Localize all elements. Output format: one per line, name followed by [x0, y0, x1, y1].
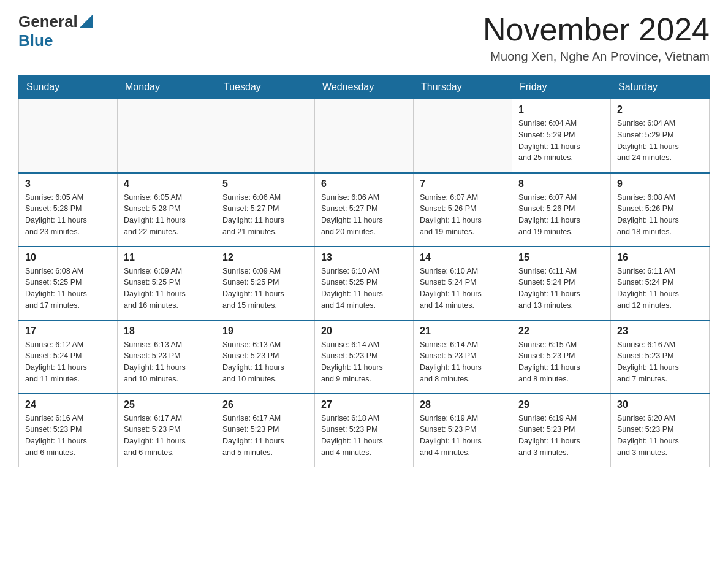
logo-top-row: General — [18, 12, 93, 31]
calendar-day-cell: 15Sunrise: 6:11 AM Sunset: 5:24 PM Dayli… — [512, 247, 611, 320]
calendar-day-cell: 10Sunrise: 6:08 AM Sunset: 5:25 PM Dayli… — [19, 247, 118, 320]
day-info: Sunrise: 6:12 AM Sunset: 5:24 PM Dayligh… — [25, 339, 111, 385]
day-number: 6 — [321, 178, 407, 190]
calendar-week-row: 1Sunrise: 6:04 AM Sunset: 5:29 PM Daylig… — [19, 99, 710, 173]
day-number: 25 — [124, 399, 210, 410]
calendar-day-cell: 27Sunrise: 6:18 AM Sunset: 5:23 PM Dayli… — [315, 394, 414, 467]
calendar-day-cell: 5Sunrise: 6:06 AM Sunset: 5:27 PM Daylig… — [216, 173, 315, 247]
calendar-day-cell: 25Sunrise: 6:17 AM Sunset: 5:23 PM Dayli… — [118, 394, 216, 467]
day-info: Sunrise: 6:16 AM Sunset: 5:23 PM Dayligh… — [617, 339, 703, 385]
day-number: 28 — [420, 399, 506, 410]
day-number: 27 — [321, 399, 407, 410]
calendar-week-row: 24Sunrise: 6:16 AM Sunset: 5:23 PM Dayli… — [19, 394, 710, 467]
calendar-day-cell: 9Sunrise: 6:08 AM Sunset: 5:26 PM Daylig… — [611, 173, 710, 247]
day-number: 13 — [321, 252, 407, 263]
day-number: 23 — [617, 326, 703, 337]
day-number: 29 — [518, 399, 604, 410]
calendar-day-cell: 13Sunrise: 6:10 AM Sunset: 5:25 PM Dayli… — [315, 247, 414, 320]
logo-triangle-icon — [79, 15, 93, 28]
calendar-day-cell: 26Sunrise: 6:17 AM Sunset: 5:23 PM Dayli… — [216, 394, 315, 467]
calendar-day-cell: 16Sunrise: 6:11 AM Sunset: 5:24 PM Dayli… — [611, 247, 710, 320]
day-number: 15 — [518, 252, 604, 263]
calendar-day-cell: 6Sunrise: 6:06 AM Sunset: 5:27 PM Daylig… — [315, 173, 414, 247]
day-info: Sunrise: 6:13 AM Sunset: 5:23 PM Dayligh… — [124, 339, 210, 385]
calendar-day-cell: 4Sunrise: 6:05 AM Sunset: 5:28 PM Daylig… — [118, 173, 216, 247]
calendar-day-cell: 3Sunrise: 6:05 AM Sunset: 5:28 PM Daylig… — [19, 173, 118, 247]
day-info: Sunrise: 6:10 AM Sunset: 5:24 PM Dayligh… — [420, 266, 506, 312]
day-info: Sunrise: 6:14 AM Sunset: 5:23 PM Dayligh… — [321, 339, 407, 385]
calendar-day-cell: 23Sunrise: 6:16 AM Sunset: 5:23 PM Dayli… — [611, 320, 710, 394]
logo-general-text: General — [18, 12, 78, 31]
day-number: 16 — [617, 252, 703, 263]
day-number: 2 — [617, 104, 703, 115]
day-number: 17 — [25, 326, 111, 337]
day-number: 1 — [518, 104, 604, 115]
day-info: Sunrise: 6:08 AM Sunset: 5:25 PM Dayligh… — [25, 266, 111, 312]
month-title: November 2024 — [483, 12, 710, 47]
day-number: 11 — [124, 252, 210, 263]
day-number: 21 — [420, 326, 506, 337]
svg-marker-0 — [79, 15, 93, 28]
day-number: 8 — [518, 178, 604, 190]
day-info: Sunrise: 6:09 AM Sunset: 5:25 PM Dayligh… — [124, 266, 210, 312]
day-number: 10 — [25, 252, 111, 263]
day-info: Sunrise: 6:19 AM Sunset: 5:23 PM Dayligh… — [518, 413, 604, 459]
calendar-header-wednesday: Wednesday — [315, 75, 414, 99]
calendar-week-row: 10Sunrise: 6:08 AM Sunset: 5:25 PM Dayli… — [19, 247, 710, 320]
day-info: Sunrise: 6:07 AM Sunset: 5:26 PM Dayligh… — [518, 192, 604, 238]
calendar-header-thursday: Thursday — [414, 75, 512, 99]
calendar-day-cell: 29Sunrise: 6:19 AM Sunset: 5:23 PM Dayli… — [512, 394, 611, 467]
day-number: 30 — [617, 399, 703, 410]
calendar-day-cell: 8Sunrise: 6:07 AM Sunset: 5:26 PM Daylig… — [512, 173, 611, 247]
calendar-day-cell: 2Sunrise: 6:04 AM Sunset: 5:29 PM Daylig… — [611, 99, 710, 173]
calendar-day-cell: 20Sunrise: 6:14 AM Sunset: 5:23 PM Dayli… — [315, 320, 414, 394]
day-info: Sunrise: 6:05 AM Sunset: 5:28 PM Dayligh… — [124, 192, 210, 238]
calendar-header-tuesday: Tuesday — [216, 75, 315, 99]
day-number: 4 — [124, 178, 210, 190]
calendar-header-friday: Friday — [512, 75, 611, 99]
calendar-day-cell — [118, 99, 216, 173]
day-number: 18 — [124, 326, 210, 337]
calendar-day-cell: 28Sunrise: 6:19 AM Sunset: 5:23 PM Dayli… — [414, 394, 512, 467]
calendar-header-sunday: Sunday — [19, 75, 118, 99]
calendar-day-cell: 19Sunrise: 6:13 AM Sunset: 5:23 PM Dayli… — [216, 320, 315, 394]
location-subtitle: Muong Xen, Nghe An Province, Vietnam — [483, 50, 710, 64]
day-info: Sunrise: 6:11 AM Sunset: 5:24 PM Dayligh… — [617, 266, 703, 312]
calendar-table: SundayMondayTuesdayWednesdayThursdayFrid… — [18, 75, 710, 467]
day-info: Sunrise: 6:04 AM Sunset: 5:29 PM Dayligh… — [518, 118, 604, 164]
calendar-day-cell: 1Sunrise: 6:04 AM Sunset: 5:29 PM Daylig… — [512, 99, 611, 173]
calendar-day-cell: 17Sunrise: 6:12 AM Sunset: 5:24 PM Dayli… — [19, 320, 118, 394]
day-info: Sunrise: 6:15 AM Sunset: 5:23 PM Dayligh… — [518, 339, 604, 385]
day-info: Sunrise: 6:17 AM Sunset: 5:23 PM Dayligh… — [124, 413, 210, 459]
day-number: 14 — [420, 252, 506, 263]
calendar-day-cell — [19, 99, 118, 173]
calendar-day-cell: 24Sunrise: 6:16 AM Sunset: 5:23 PM Dayli… — [19, 394, 118, 467]
calendar-day-cell: 21Sunrise: 6:14 AM Sunset: 5:23 PM Dayli… — [414, 320, 512, 394]
day-number: 7 — [420, 178, 506, 190]
logo-bottom-row: Blue — [18, 31, 93, 50]
calendar-day-cell: 30Sunrise: 6:20 AM Sunset: 5:23 PM Dayli… — [611, 394, 710, 467]
day-number: 22 — [518, 326, 604, 337]
day-info: Sunrise: 6:14 AM Sunset: 5:23 PM Dayligh… — [420, 339, 506, 385]
title-block: November 2024 Muong Xen, Nghe An Provinc… — [483, 12, 710, 64]
day-info: Sunrise: 6:04 AM Sunset: 5:29 PM Dayligh… — [617, 118, 703, 164]
day-info: Sunrise: 6:06 AM Sunset: 5:27 PM Dayligh… — [222, 192, 308, 238]
page-header: General Blue November 2024 Muong Xen, Ng… — [18, 12, 710, 64]
day-info: Sunrise: 6:06 AM Sunset: 5:27 PM Dayligh… — [321, 192, 407, 238]
day-info: Sunrise: 6:08 AM Sunset: 5:26 PM Dayligh… — [617, 192, 703, 238]
calendar-week-row: 17Sunrise: 6:12 AM Sunset: 5:24 PM Dayli… — [19, 320, 710, 394]
day-info: Sunrise: 6:07 AM Sunset: 5:26 PM Dayligh… — [420, 192, 506, 238]
day-info: Sunrise: 6:18 AM Sunset: 5:23 PM Dayligh… — [321, 413, 407, 459]
day-number: 24 — [25, 399, 111, 410]
calendar-day-cell — [414, 99, 512, 173]
calendar-header-saturday: Saturday — [611, 75, 710, 99]
day-info: Sunrise: 6:17 AM Sunset: 5:23 PM Dayligh… — [222, 413, 308, 459]
calendar-header-monday: Monday — [118, 75, 216, 99]
day-info: Sunrise: 6:13 AM Sunset: 5:23 PM Dayligh… — [222, 339, 308, 385]
calendar-day-cell: 7Sunrise: 6:07 AM Sunset: 5:26 PM Daylig… — [414, 173, 512, 247]
logo: General Blue — [18, 12, 93, 50]
day-number: 20 — [321, 326, 407, 337]
day-number: 9 — [617, 178, 703, 190]
day-number: 5 — [222, 178, 308, 190]
day-number: 12 — [222, 252, 308, 263]
